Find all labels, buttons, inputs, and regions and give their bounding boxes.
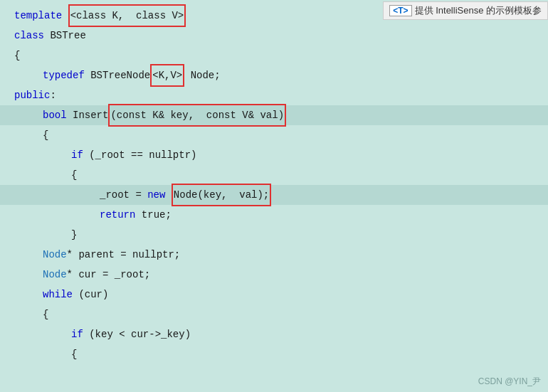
keyword: while — [43, 285, 73, 304]
keyword: public — [14, 85, 50, 105]
code-text: true; — [135, 205, 171, 225]
code-line: Node* parent = nullptr; — [0, 245, 548, 265]
keyword: typedef — [43, 65, 85, 85]
code-line: public: — [0, 85, 548, 105]
code-line: bool Insert(const K& key, const V& val) — [0, 105, 548, 125]
code-area: template <class K, class V> class BSTree… — [0, 0, 548, 370]
code-text: (cur) — [73, 285, 108, 304]
code-text: { — [43, 304, 48, 324]
code-line: while (cur) — [0, 285, 548, 304]
code-line: { — [0, 46, 548, 65]
tooltip-bar: <T> 提供 IntelliSense 的示例模板参 — [383, 1, 548, 20]
identifier: Node — [43, 265, 67, 285]
code-text: (_root == nullptr) — [83, 145, 197, 165]
code-line: if (_root == nullptr) — [0, 145, 548, 165]
code-text: * cur = _root; — [67, 265, 151, 285]
code-text: * parent = nullptr; — [67, 245, 181, 265]
code-text — [165, 185, 171, 205]
code-text: : — [50, 85, 56, 105]
code-text: BSTree — [44, 26, 86, 46]
keyword: return — [100, 205, 135, 225]
red-box-highlight: Node(key, val); — [172, 184, 271, 206]
code-line: return true; — [0, 205, 548, 225]
keyword: if — [71, 145, 83, 165]
code-line: _root = new Node(key, val); — [0, 185, 548, 205]
red-box-highlight: (const K& key, const V& val) — [108, 104, 286, 127]
watermark: CSDN @YIN_尹 — [478, 376, 541, 388]
keyword: new — [147, 185, 165, 205]
code-text: { — [71, 165, 77, 185]
code-text: Insert — [67, 105, 109, 125]
code-text — [186, 6, 198, 26]
code-line: { — [0, 125, 548, 145]
code-line: if (key < cur->_key) — [0, 324, 548, 344]
code-text: Node; — [184, 65, 220, 85]
code-line: Node* cur = _root; — [0, 265, 548, 285]
keyword: bool — [43, 105, 67, 125]
red-box-highlight: <class K, class V> — [68, 4, 186, 27]
code-text: { — [43, 125, 48, 145]
code-text: } — [71, 225, 77, 245]
tooltip-text: 提供 IntelliSense 的示例模板参 — [415, 4, 542, 17]
keyword: class — [14, 26, 44, 46]
code-line: typedef BSTreeNode<K,V> Node; — [0, 65, 548, 85]
code-text — [62, 6, 68, 26]
code-line: } — [0, 225, 548, 245]
editor-container: template <class K, class V> class BSTree… — [0, 0, 548, 392]
code-line: { — [0, 344, 548, 364]
code-text: _root = — [100, 185, 147, 205]
keyword: if — [71, 324, 83, 344]
tooltip-badge: <T> — [389, 5, 411, 16]
code-text: { — [14, 46, 20, 65]
code-line: { — [0, 304, 548, 324]
code-line: { — [0, 165, 548, 185]
code-line: class BSTree — [0, 26, 548, 46]
identifier: Node — [43, 245, 67, 265]
keyword: template — [14, 6, 62, 26]
red-box-highlight: <K,V> — [150, 64, 184, 87]
code-text: BSTreeNode — [85, 65, 150, 85]
code-text: { — [71, 344, 77, 364]
code-text: (key < cur->_key) — [83, 324, 191, 344]
